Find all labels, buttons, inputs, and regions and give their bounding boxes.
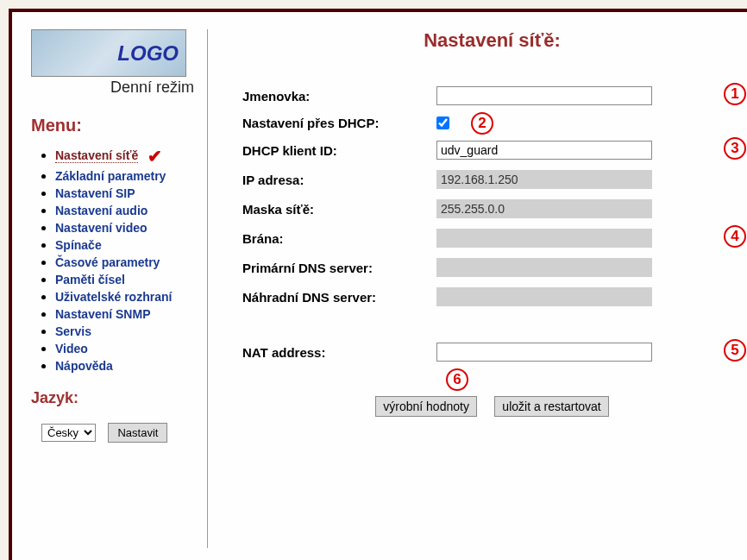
menu-link[interactable]: Video [55, 342, 88, 356]
menu-item-help[interactable]: Nápověda [55, 358, 198, 374]
checkbox-dhcp[interactable] [436, 116, 449, 129]
label-mask: Maska síťě: [242, 202, 436, 217]
label-gateway: Brána: [242, 231, 436, 246]
menu-link[interactable]: Základní parametry [55, 169, 166, 183]
menu-item-sip[interactable]: Nastavení SIP [55, 186, 198, 201]
app-frame: LOGO Denní režim Menu: Nastavení síťě ✔ … [9, 9, 747, 560]
annotation-2: 2 [471, 112, 493, 135]
checkmark-icon: ✔ [148, 146, 162, 167]
sidebar: LOGO Denní režim Menu: Nastavení síťě ✔ … [22, 29, 208, 548]
label-dns2: Náhradní DNS server: [242, 290, 436, 305]
page-title: Nastavení síťě: [242, 29, 742, 52]
label-dhcp-client-id: DHCP klient ID: [242, 143, 436, 158]
label-nat: NAT address: [242, 345, 436, 360]
menu-item-ui[interactable]: Uživatelské rozhraní [55, 289, 198, 305]
input-gateway [436, 229, 652, 248]
mode-label: Denní režim [31, 79, 198, 97]
menu-item-video[interactable]: Nastavení video [55, 220, 198, 236]
input-dns2 [436, 287, 652, 306]
row-mask: Maska síťě: [242, 199, 742, 218]
menu-link[interactable]: Nastavení síťě [55, 148, 138, 163]
input-nat[interactable] [436, 343, 652, 362]
menu-item-basic[interactable]: Základní parametry [55, 168, 198, 184]
annotation-6: 6 [446, 368, 468, 391]
label-dhcp: Nastavení přes DHCP: [242, 116, 436, 130]
input-mask [436, 199, 652, 218]
buttons-row: 6 výrobní hodnoty uložit a restartovat [242, 396, 742, 417]
row-gateway: Brána: 4 [242, 229, 742, 248]
logo: LOGO [31, 29, 186, 77]
menu-item-videopage[interactable]: Video [55, 341, 198, 356]
row-dns2: Náhradní DNS server: [242, 287, 742, 306]
menu-item-audio[interactable]: Nastavení audio [55, 203, 198, 218]
menu-link[interactable]: Servis [55, 324, 91, 338]
input-dns1 [436, 258, 652, 277]
annotation-4: 4 [724, 225, 746, 248]
menu-link[interactable]: Nápověda [55, 359, 113, 373]
input-nametag[interactable] [436, 86, 652, 105]
main-content: Nastavení síťě: Jmenovka: 1 Nastavení př… [208, 29, 742, 548]
language-select[interactable]: Česky [41, 424, 96, 442]
menu-link[interactable]: Spínače [55, 238, 102, 252]
defaults-button[interactable]: výrobní hodnoty [375, 396, 477, 417]
menu-item-network[interactable]: Nastavení síťě ✔ [55, 146, 198, 167]
menu-item-memory[interactable]: Paměti čísel [55, 272, 198, 287]
menu-link[interactable]: Nastavení audio [55, 204, 148, 217]
language-row: Česky Nastavit [31, 423, 198, 443]
menu-link[interactable]: Časové parametry [55, 255, 160, 269]
row-dhcp: Nastavení přes DHCP: 2 [242, 116, 742, 130]
menu-link[interactable]: Paměti čísel [55, 273, 125, 286]
row-nat: NAT address: 5 [242, 343, 742, 362]
menu-link[interactable]: Nastavení SIP [55, 186, 135, 200]
menu-list: Nastavení síťě ✔ Základní parametry Nast… [31, 146, 198, 374]
language-set-button[interactable]: Nastavit [108, 423, 167, 443]
row-dhcp-client-id: DHCP klient ID: 3 [242, 141, 742, 160]
menu-link[interactable]: Nastavení video [55, 221, 148, 235]
annotation-5: 5 [724, 339, 746, 362]
menu-item-switches[interactable]: Spínače [55, 237, 198, 253]
label-dns1: Primární DNS server: [242, 261, 436, 275]
label-ip: IP adresa: [242, 173, 436, 187]
menu-item-service[interactable]: Servis [55, 324, 198, 339]
row-ip: IP adresa: [242, 170, 742, 189]
input-ip [436, 170, 652, 189]
label-nametag: Jmenovka: [242, 89, 436, 104]
annotation-1: 1 [724, 83, 746, 105]
row-nametag: Jmenovka: 1 [242, 86, 742, 105]
menu-link[interactable]: Uživatelské rozhraní [55, 290, 172, 304]
menu-heading: Menu: [31, 116, 198, 135]
save-restart-button[interactable]: uložit a restartovat [494, 396, 608, 417]
row-dns1: Primární DNS server: [242, 258, 742, 277]
input-dhcp-client-id[interactable] [436, 141, 652, 160]
logo-text: LOGO [117, 41, 179, 66]
menu-item-snmp[interactable]: Nastavení SNMP [55, 306, 198, 322]
menu-link[interactable]: Nastavení SNMP [55, 307, 150, 321]
language-heading: Jazyk: [31, 389, 198, 407]
menu-item-time[interactable]: Časové parametry [55, 255, 198, 270]
annotation-3: 3 [724, 137, 746, 160]
